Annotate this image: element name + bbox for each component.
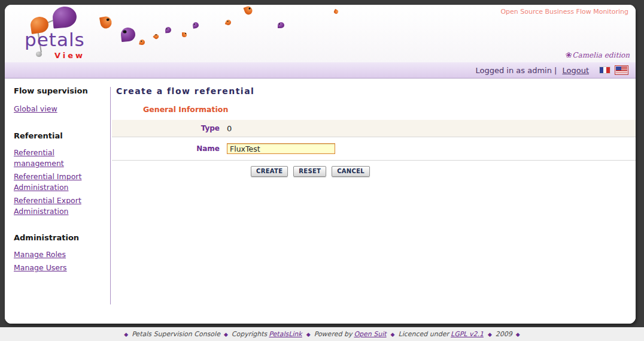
diamond-icon: ◆ bbox=[516, 331, 520, 337]
diamond-icon: ◆ bbox=[488, 331, 492, 337]
cancel-button[interactable]: CANCEL bbox=[332, 166, 370, 177]
petal-icon bbox=[333, 9, 339, 15]
footer-copyrights-text: Copyrights bbox=[232, 330, 267, 338]
petal-icon bbox=[243, 5, 253, 16]
petals-logo-icon: petals View bbox=[23, 5, 107, 62]
sidebar-heading-flow-supervision: Flow supervision bbox=[14, 86, 104, 95]
diamond-icon: ◆ bbox=[124, 331, 128, 337]
sidebar-item-manage-users[interactable]: Manage Users bbox=[14, 262, 104, 273]
flag-france-icon[interactable] bbox=[599, 67, 610, 74]
flag-usa-icon[interactable] bbox=[616, 67, 627, 74]
page-title: Create a flow referential bbox=[116, 86, 636, 96]
footer-year-text: 2009 bbox=[496, 330, 512, 338]
brand-name: petals bbox=[25, 29, 85, 50]
petal-icon bbox=[192, 22, 199, 29]
diamond-icon: ◆ bbox=[306, 331, 311, 337]
name-input[interactable] bbox=[227, 143, 335, 154]
edition-label: ❀Camelia edition bbox=[565, 50, 630, 59]
section-heading: General Information bbox=[143, 105, 636, 114]
opensuit-link[interactable]: Open Suit bbox=[354, 330, 386, 338]
petal-icon bbox=[153, 33, 159, 40]
type-value: 0 bbox=[227, 124, 232, 133]
app-page: petals View Open Source Business Flow Mo… bbox=[5, 5, 636, 324]
sidebar-item-global-view[interactable]: Global view bbox=[14, 104, 104, 114]
app-tagline: Open Source Business Flow Monitoring bbox=[500, 8, 628, 16]
petal-icon bbox=[278, 22, 284, 28]
petalslink-link[interactable]: PetalsLink bbox=[269, 330, 302, 338]
main-panel: Create a flow referential General Inform… bbox=[110, 79, 636, 324]
reset-button[interactable]: RESET bbox=[293, 166, 326, 177]
sidebar-item-referential-management[interactable]: Referential management bbox=[14, 147, 104, 169]
diamond-icon: ◆ bbox=[391, 331, 395, 337]
sidebar-item-referential-import[interactable]: Referential Import Administration bbox=[14, 171, 104, 193]
petal-icon bbox=[52, 5, 78, 28]
sidebar: Flow supervision Global view Referential… bbox=[5, 79, 110, 324]
brand-subtitle: View bbox=[54, 51, 85, 60]
create-referential-form: Type 0 Name bbox=[112, 120, 636, 161]
logged-in-status: Logged in as admin | bbox=[476, 66, 557, 75]
sidebar-heading-referential: Referential bbox=[14, 131, 104, 140]
name-label: Name bbox=[112, 144, 220, 153]
app-header: petals View Open Source Business Flow Mo… bbox=[5, 5, 636, 62]
app-footer: ◆ Petals Supervision Console ◆ Copyright… bbox=[0, 327, 644, 341]
sidebar-item-referential-export[interactable]: Referential Export Administration bbox=[14, 195, 104, 217]
sidebar-heading-administration: Administration bbox=[14, 233, 104, 242]
logout-link[interactable]: Logout bbox=[562, 66, 589, 75]
type-label: Type bbox=[112, 124, 220, 132]
content-area: Flow supervision Global view Referential… bbox=[5, 79, 636, 324]
petal-icon bbox=[165, 27, 172, 34]
diamond-icon: ◆ bbox=[224, 331, 228, 337]
lgpl-link[interactable]: LGPL v2.1 bbox=[451, 330, 484, 338]
petal-icon bbox=[139, 39, 145, 45]
footer-powered-text: Powered by bbox=[314, 330, 353, 338]
petal-icon bbox=[182, 32, 187, 37]
sidebar-item-manage-roles[interactable]: Manage Roles bbox=[14, 249, 104, 260]
logo-ball-icon bbox=[36, 52, 42, 57]
footer-licenced-text: Licenced under bbox=[399, 330, 449, 338]
sidebar-divider bbox=[110, 87, 111, 304]
type-row: Type 0 bbox=[112, 120, 636, 137]
name-row: Name bbox=[112, 137, 636, 161]
petal-icon bbox=[120, 27, 136, 42]
create-button[interactable]: CREATE bbox=[251, 166, 288, 177]
form-actions: CREATE RESET CANCEL bbox=[251, 166, 636, 177]
flower-icon: ❀ bbox=[565, 50, 572, 59]
user-bar: Logged in as admin | Logout bbox=[5, 62, 636, 79]
footer-console-text: Petals Supervision Console bbox=[132, 330, 220, 338]
petal-icon bbox=[225, 19, 232, 26]
